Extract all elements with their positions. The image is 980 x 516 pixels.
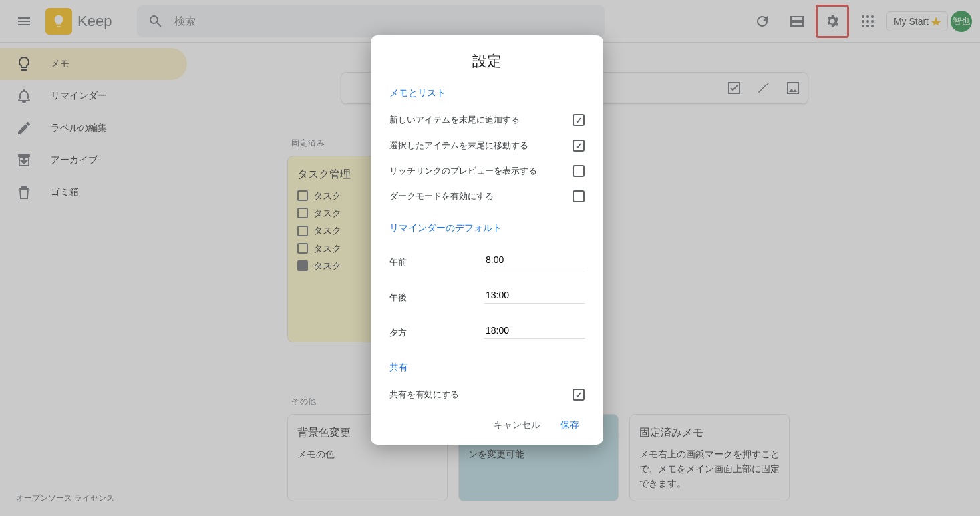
time-row-evening: 夕方 xyxy=(389,313,585,348)
dialog-actions: キャンセル 保存 xyxy=(371,407,603,434)
time-row-afternoon: 午後 xyxy=(389,278,585,313)
option-dark-mode: ダークモードを有効にする xyxy=(389,184,585,209)
section-reminders-head: リマインダーのデフォルト xyxy=(389,222,585,234)
option-add-bottom: 新しいアイテムを末尾に追加する xyxy=(389,107,585,133)
option-sharing-on: 共有を有効にする xyxy=(389,382,585,407)
option-label: 選択したアイテムを末尾に移動する xyxy=(389,140,528,152)
cancel-button[interactable]: キャンセル xyxy=(494,419,540,431)
option-label: 共有を有効にする xyxy=(389,389,459,401)
time-input-afternoon[interactable] xyxy=(484,287,585,304)
time-input-evening[interactable] xyxy=(484,322,585,339)
dialog-title: 設定 xyxy=(371,51,603,71)
time-label: 夕方 xyxy=(389,327,407,339)
time-row-morning: 午前 xyxy=(389,242,585,278)
checkbox[interactable] xyxy=(573,190,585,202)
option-label: 新しいアイテムを末尾に追加する xyxy=(389,114,520,126)
checkbox[interactable] xyxy=(573,165,585,177)
section-sharing-head: 共有 xyxy=(389,362,585,374)
option-label: ダークモードを有効にする xyxy=(389,190,494,202)
option-label: リッチリンクのプレビューを表示する xyxy=(389,165,537,177)
time-label: 午後 xyxy=(389,292,407,304)
section-notes-head: メモとリスト xyxy=(389,87,585,99)
option-move-bottom: 選択したアイテムを末尾に移動する xyxy=(389,133,585,158)
option-rich-links: リッチリンクのプレビューを表示する xyxy=(389,158,585,184)
time-input-morning[interactable] xyxy=(484,252,585,268)
dialog-body: メモとリスト 新しいアイテムを末尾に追加する 選択したアイテムを末尾に移動する … xyxy=(371,87,603,407)
checkbox[interactable] xyxy=(573,140,585,152)
checkbox[interactable] xyxy=(573,389,585,401)
save-button[interactable]: 保存 xyxy=(560,419,579,431)
time-label: 午前 xyxy=(389,256,407,268)
checkbox[interactable] xyxy=(573,114,585,126)
settings-dialog: 設定 メモとリスト 新しいアイテムを末尾に追加する 選択したアイテムを末尾に移動… xyxy=(371,35,603,445)
